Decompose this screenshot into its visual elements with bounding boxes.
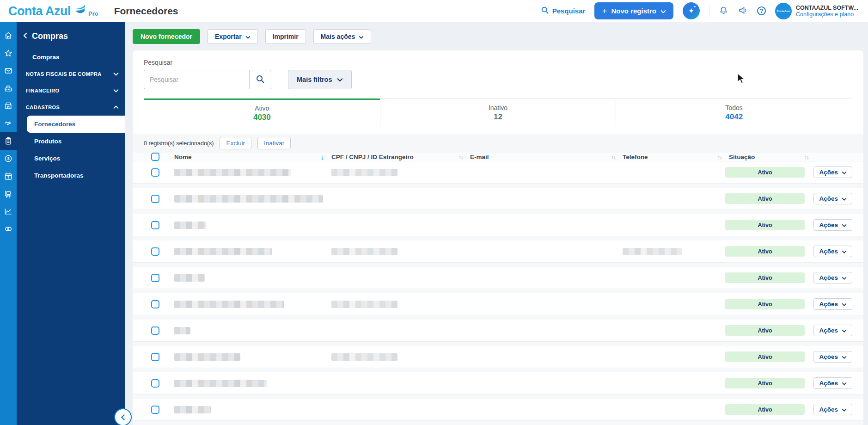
sidebar-item-compras[interactable]: Compras xyxy=(17,49,125,66)
column-header-telefone: Telefone xyxy=(623,154,648,160)
page-title: Fornecedores xyxy=(114,6,178,17)
row-actions-button[interactable]: Ações xyxy=(813,325,852,336)
rail-cash-register-icon[interactable] xyxy=(0,80,17,97)
account-menu[interactable]: ContaAzul CONTAAZUL SOFTW... Configuraçõ… xyxy=(775,3,865,19)
rail-star-icon[interactable] xyxy=(0,44,17,62)
row-checkbox[interactable] xyxy=(151,326,159,335)
sidebar-collapse-button[interactable] xyxy=(114,408,132,425)
rail-money-circle-icon[interactable]: $ xyxy=(0,150,17,167)
sort-icon[interactable]: ↑↓ xyxy=(804,154,808,160)
new-supplier-button[interactable]: Novo fornecedor xyxy=(133,29,200,44)
row-separator xyxy=(133,315,863,320)
section-label: CADASTROS xyxy=(26,105,60,110)
rail-stock-cart-icon[interactable] xyxy=(0,185,17,203)
rail-chart-icon[interactable] xyxy=(0,203,17,220)
rail-clipboard-icon[interactable] xyxy=(0,132,17,150)
table-row: Ativo Ações xyxy=(133,214,863,236)
row-checkbox[interactable] xyxy=(151,247,159,256)
row-checkbox[interactable] xyxy=(151,300,159,308)
row-actions-button[interactable]: Ações xyxy=(813,166,852,178)
sort-icon[interactable]: ↑↓ xyxy=(717,154,721,160)
logo-text-azul: Azul xyxy=(45,5,71,18)
chevron-down-icon xyxy=(842,195,847,202)
row-actions-label: Ações xyxy=(819,327,838,334)
export-button[interactable]: Exportar xyxy=(208,29,258,44)
rail-store-icon[interactable] xyxy=(0,97,17,115)
chevron-down-icon xyxy=(842,301,847,308)
settings-plan-link[interactable]: Configurações e plano xyxy=(796,11,865,18)
select-all-checkbox[interactable] xyxy=(151,153,159,161)
sidebar-back-button[interactable]: Compras xyxy=(17,22,125,49)
announcements-button[interactable] xyxy=(738,6,748,17)
row-checkbox[interactable] xyxy=(151,406,159,414)
delete-button[interactable]: Excluir xyxy=(220,137,251,149)
more-filters-button[interactable]: Mais filtros xyxy=(288,70,352,89)
more-actions-button[interactable]: Mais ações xyxy=(313,29,372,44)
sidebar-item-fornecedores[interactable]: Fornecedores xyxy=(27,116,125,133)
row-separator xyxy=(133,236,863,240)
row-separator xyxy=(133,262,863,267)
sort-desc-icon[interactable]: ↓ xyxy=(321,153,324,161)
print-button[interactable]: Imprimir xyxy=(265,29,306,44)
row-actions-label: Ações xyxy=(819,248,838,255)
row-checkbox[interactable] xyxy=(151,168,159,177)
sidebar-item-transportadoras[interactable]: Transportadoras xyxy=(17,167,125,184)
sidebar-item-servicos[interactable]: Serviços xyxy=(17,150,125,167)
search-icon xyxy=(256,74,265,85)
notifications-button[interactable] xyxy=(719,6,728,17)
row-actions-button[interactable]: Ações xyxy=(813,351,852,363)
sparkle-small-icon: ✦ xyxy=(693,5,696,9)
phone-blur xyxy=(623,248,682,255)
chevron-down-icon xyxy=(842,406,847,413)
svg-text:$: $ xyxy=(7,176,9,179)
ai-assistant-button[interactable]: ✦ ✦ xyxy=(683,2,700,19)
search-submit-button[interactable] xyxy=(249,70,271,89)
rail-link-icon[interactable] xyxy=(0,220,17,238)
row-actions-label: Ações xyxy=(819,353,838,360)
tab-todos[interactable]: Todos 4042 xyxy=(616,99,852,127)
row-actions-button[interactable]: Ações xyxy=(813,272,852,283)
row-checkbox[interactable] xyxy=(151,274,159,282)
status-badge: Ativo xyxy=(725,220,805,230)
row-actions-button[interactable]: Ações xyxy=(813,193,852,204)
chevron-down-icon xyxy=(842,169,847,176)
sort-icon[interactable]: ↑↓ xyxy=(611,154,615,160)
status-tabs: Ativo 4030 Inativo 12 Todos 4042 xyxy=(144,99,852,127)
rail-calendar-money-icon[interactable]: $ xyxy=(0,167,17,185)
sort-icon[interactable]: ↑↓ xyxy=(458,154,463,160)
help-icon: ? xyxy=(757,6,766,15)
global-search-button[interactable]: Pesquisar xyxy=(541,6,586,16)
name-blur xyxy=(174,274,205,282)
logo-text-conta: Conta xyxy=(8,5,43,18)
new-record-button[interactable]: + Novo registro xyxy=(594,2,673,19)
column-header-nome: Nome xyxy=(174,154,192,160)
row-actions-button[interactable]: Ações xyxy=(813,298,852,310)
filter-row: Mais filtros xyxy=(133,70,863,89)
row-actions-button[interactable]: Ações xyxy=(813,377,852,389)
sidebar-section-cadastros[interactable]: CADASTROS xyxy=(17,99,125,116)
row-actions-button[interactable]: Ações xyxy=(813,219,852,231)
sidebar-section-notas-fiscais[interactable]: NOTAS FISCAIS DE COMPRA xyxy=(17,66,125,82)
search-input[interactable] xyxy=(144,70,249,89)
rail-home-icon[interactable] xyxy=(0,27,17,44)
deactivate-button[interactable]: Inativar xyxy=(257,137,291,149)
row-actions-button[interactable]: Ações xyxy=(813,404,852,415)
tab-ativo[interactable]: Ativo 4030 xyxy=(144,99,380,127)
table-row: Ativo Ações xyxy=(133,399,863,420)
contaazul-logo[interactable]: Conta Azul Pro xyxy=(8,5,98,18)
chevron-down-icon xyxy=(337,76,343,83)
row-checkbox[interactable] xyxy=(151,195,159,203)
row-checkbox[interactable] xyxy=(151,379,159,388)
row-actions-button[interactable]: Ações xyxy=(813,246,852,257)
sidebar-section-financeiro[interactable]: FINANCEIRO xyxy=(17,82,125,99)
row-checkbox[interactable] xyxy=(151,221,159,229)
sidebar-item-produtos[interactable]: Produtos xyxy=(17,133,125,150)
rail-handshake-icon[interactable] xyxy=(0,115,17,132)
table-row: Ativo Ações xyxy=(133,161,863,183)
help-button[interactable]: ? xyxy=(757,6,766,15)
tab-inativo[interactable]: Inativo 12 xyxy=(380,99,617,127)
rail-inbox-icon[interactable] xyxy=(0,62,17,80)
chevron-down-icon xyxy=(113,71,119,77)
row-checkbox[interactable] xyxy=(151,353,159,361)
table-body: Ativo Ações xyxy=(133,161,863,425)
